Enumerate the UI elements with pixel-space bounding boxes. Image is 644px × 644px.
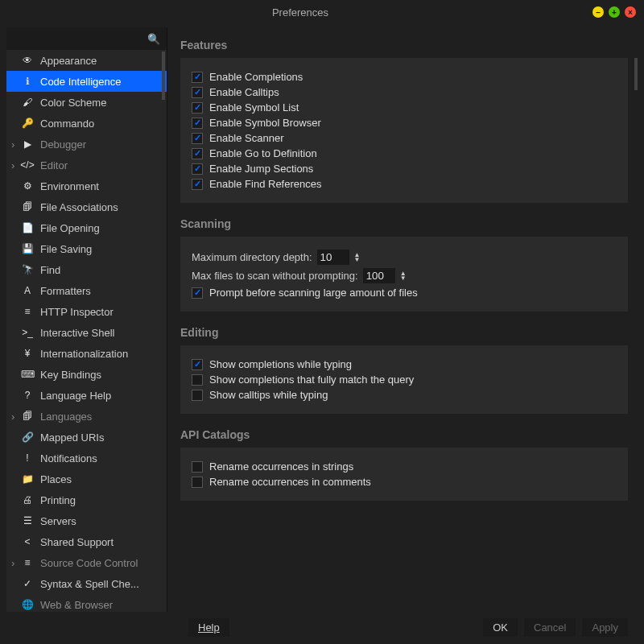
feature-row: Enable Symbol Browser xyxy=(192,117,617,129)
feature-label: Enable Calltips xyxy=(209,86,279,98)
cancel-button[interactable]: Cancel xyxy=(524,618,576,637)
sidebar-item-label: Source Code Control xyxy=(40,557,138,569)
sidebar: 🔍 👁AppearanceℹCode Intelligence🖌Color Sc… xyxy=(6,27,167,612)
sidebar-item-printing[interactable]: 🖨Printing xyxy=(6,489,167,510)
sidebar-item-source-code-control[interactable]: ≡Source Code Control xyxy=(6,552,167,573)
db-icon: ≡ xyxy=(21,557,34,568)
sidebar-item-commando[interactable]: 🔑Commando xyxy=(6,113,167,134)
sidebar-item-label: Syntax & Spell Che... xyxy=(40,578,139,590)
sidebar-item-servers[interactable]: ☰Servers xyxy=(6,510,167,531)
help-button[interactable]: Help xyxy=(188,618,229,637)
sidebar-item-internationalization[interactable]: ¥Internationalization xyxy=(6,343,167,364)
sidebar-item-notifications[interactable]: !Notifications xyxy=(6,448,167,469)
sidebar-item-label: Debugger xyxy=(40,138,86,151)
sidebar-item-environment[interactable]: ⚙Environment xyxy=(6,175,167,196)
feature-checkbox[interactable] xyxy=(192,118,203,129)
search-bar[interactable]: 🔍 xyxy=(6,27,167,50)
sidebar-item-file-saving[interactable]: 💾File Saving xyxy=(6,238,167,259)
editing-checkbox[interactable] xyxy=(192,359,203,370)
feature-checkbox[interactable] xyxy=(192,163,203,175)
yen-icon: ¥ xyxy=(21,348,34,359)
ok-button[interactable]: OK xyxy=(483,618,518,637)
footer: Help OK Cancel Apply xyxy=(0,615,644,644)
feature-checkbox[interactable] xyxy=(192,148,203,159)
feature-label: Enable Scanner xyxy=(209,132,284,144)
sidebar-item-label: Color Scheme xyxy=(40,97,106,109)
maximize-button[interactable]: + xyxy=(609,6,620,18)
sidebar-item-label: Appearance xyxy=(40,55,97,67)
eye-icon: 👁 xyxy=(21,55,34,66)
sidebar-item-interactive-shell[interactable]: >_Interactive Shell xyxy=(6,322,167,343)
editing-checkbox[interactable] xyxy=(192,374,203,386)
feature-row: Enable Completions xyxy=(192,71,617,83)
sidebar-item-web-browser[interactable]: 🌐Web & Browser xyxy=(6,594,167,612)
main-scrollbar[interactable] xyxy=(634,58,638,90)
sidebar-scrollbar[interactable] xyxy=(162,52,165,100)
max-files-spinner[interactable]: ▲▼ xyxy=(400,271,407,281)
feature-row: Enable Jump Sections xyxy=(192,163,617,175)
sidebar-item-file-associations[interactable]: 🗐File Associations xyxy=(6,196,167,217)
sidebar-item-file-opening[interactable]: 📄File Opening xyxy=(6,217,167,238)
max-files-input[interactable] xyxy=(363,268,395,283)
sidebar-item-label: File Opening xyxy=(40,222,100,234)
sidebar-item-formatters[interactable]: AFormatters xyxy=(6,280,167,301)
api-row: Rename occurrences in comments xyxy=(192,476,617,488)
sidebar-item-places[interactable]: 📁Places xyxy=(6,469,167,489)
feature-row: Enable Calltips xyxy=(192,86,617,98)
close-button[interactable]: × xyxy=(625,6,636,18)
sidebar-item-shared-support[interactable]: <Shared Support xyxy=(6,531,167,552)
link-icon: 🔗 xyxy=(21,431,34,443)
binoc-icon: 🔭 xyxy=(21,264,34,275)
feature-checkbox[interactable] xyxy=(192,179,203,190)
check-icon: ✓ xyxy=(21,578,34,589)
sidebar-item-key-bindings[interactable]: ⌨Key Bindings xyxy=(6,364,167,385)
sidebar-item-label: File Saving xyxy=(40,243,92,255)
prompt-checkbox[interactable] xyxy=(192,287,203,299)
sidebar-item-label: Editor xyxy=(40,159,68,171)
prompt-label: Prompt before scanning large amount of f… xyxy=(209,287,418,299)
features-heading: Features xyxy=(180,39,628,52)
editing-row: Show calltips while typing xyxy=(192,389,617,401)
sidebar-item-language-help[interactable]: ?Language Help xyxy=(6,385,167,406)
feature-checkbox[interactable] xyxy=(192,72,203,83)
play-icon: ▶ xyxy=(21,138,34,150)
titlebar: Preferences – + × xyxy=(0,0,644,24)
http-icon: ≡ xyxy=(21,306,34,317)
scanning-heading: Scanning xyxy=(180,217,628,230)
sidebar-item-editor[interactable]: </>Editor xyxy=(6,155,167,175)
sidebar-item-http-inspector[interactable]: ≡HTTP Inspector xyxy=(6,301,167,322)
feature-row: Enable Find References xyxy=(192,178,617,190)
sidebar-item-label: Web & Browser xyxy=(40,599,113,611)
files-icon: 🗐 xyxy=(21,201,34,213)
max-depth-input[interactable] xyxy=(317,250,349,265)
sidebar-item-syntax-spell-che-[interactable]: ✓Syntax & Spell Che... xyxy=(6,573,167,594)
feature-checkbox[interactable] xyxy=(192,87,203,98)
api-heading: API Catalogs xyxy=(180,428,628,441)
feature-checkbox[interactable] xyxy=(192,102,203,114)
sidebar-item-mapped-uris[interactable]: 🔗Mapped URIs xyxy=(6,427,167,448)
sidebar-item-code-intelligence[interactable]: ℹCode Intelligence xyxy=(6,71,167,92)
api-label: Rename occurrences in strings xyxy=(209,460,353,473)
print-icon: 🖨 xyxy=(21,494,34,506)
sidebar-item-label: Languages xyxy=(40,411,92,423)
apply-button[interactable]: Apply xyxy=(582,618,628,637)
api-checkbox[interactable] xyxy=(192,477,203,488)
feature-row: Enable Go to Definition xyxy=(192,147,617,159)
sidebar-item-debugger[interactable]: ▶Debugger xyxy=(6,134,167,155)
minimize-button[interactable]: – xyxy=(592,6,604,18)
max-depth-spinner[interactable]: ▲▼ xyxy=(354,253,361,262)
api-checkbox[interactable] xyxy=(192,461,203,473)
sidebar-item-color-scheme[interactable]: 🖌Color Scheme xyxy=(6,92,167,113)
sidebar-item-label: Mapped URIs xyxy=(40,431,104,444)
srv-icon: ☰ xyxy=(21,515,34,526)
sidebar-item-appearance[interactable]: 👁Appearance xyxy=(6,50,167,71)
main-panel: Features Enable CompletionsEnable Callti… xyxy=(167,24,644,615)
feature-label: Enable Completions xyxy=(209,71,303,83)
feature-checkbox[interactable] xyxy=(192,133,203,144)
kb-icon: ⌨ xyxy=(21,369,34,380)
editing-label: Show completions while typing xyxy=(209,358,352,370)
editing-checkbox[interactable] xyxy=(192,390,203,401)
search-input[interactable] xyxy=(11,33,147,45)
sidebar-item-find[interactable]: 🔭Find xyxy=(6,259,167,280)
sidebar-item-languages[interactable]: 🗐Languages xyxy=(6,406,167,427)
